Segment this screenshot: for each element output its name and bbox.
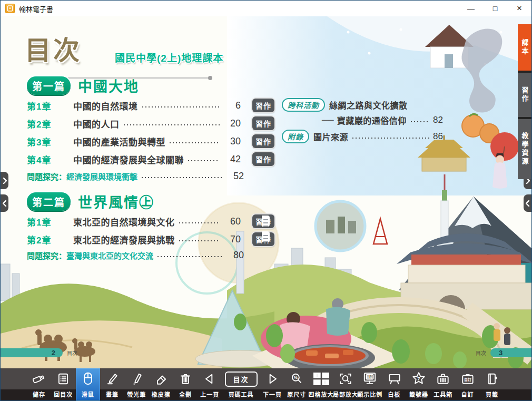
dot-leader: [123, 121, 220, 128]
minimize-button[interactable]: —: [459, 1, 483, 16]
titlebar: 翰林電子書 — □ ×: [1, 1, 531, 16]
chapter-num: 第1章: [27, 99, 58, 112]
delete-all-button[interactable]: 全刪: [173, 368, 198, 400]
toc-row[interactable]: 第2章 中國的人口 20 習作: [27, 114, 274, 132]
chapter-page: 42: [223, 154, 241, 165]
cross-activity-badge: 跨科活動: [282, 98, 325, 112]
section-1-badge: 第一篇: [27, 76, 71, 95]
app-window: 翰林電子書 — □ ×: [0, 0, 532, 401]
pen-icon: [105, 368, 119, 389]
area-zoom-button[interactable]: 局部放大: [333, 368, 358, 400]
toolbox-button[interactable]: 工具箱: [431, 368, 455, 400]
chapter-num: 第1章: [27, 215, 58, 228]
dot-leader: [178, 219, 220, 226]
toc-row[interactable]: 第1章 中國的自然環境 6 習作: [27, 96, 274, 114]
pen-tool-button[interactable]: 畫筆: [100, 368, 124, 400]
workbook-badge[interactable]: 習作: [252, 116, 274, 130]
mouse-tool-button[interactable]: 滑鼠: [76, 368, 100, 400]
cross-activity-row[interactable]: 跨科活動 絲綢之路與文化擴散: [282, 98, 443, 112]
back-to-toc-button[interactable]: 回目次: [51, 368, 75, 400]
section-1-header: 第一篇 中國大地: [27, 75, 139, 96]
dot-leader: [141, 103, 220, 110]
prev-page-button[interactable]: 上一頁: [198, 368, 222, 400]
maximize-button[interactable]: □: [483, 1, 507, 16]
dash: ──: [322, 115, 334, 125]
next-page-button[interactable]: 下一頁: [260, 368, 284, 400]
dot-leader: [141, 173, 223, 181]
original-size-button[interactable]: % 原尺寸: [284, 368, 309, 400]
save-button[interactable]: 儲存: [27, 368, 51, 400]
page-number-tool-button[interactable]: 目次 頁碼工具: [222, 368, 260, 400]
workbook-badge[interactable]: 習作: [252, 134, 274, 148]
section-1-title: 中國大地: [78, 75, 139, 96]
dot-leader: [351, 134, 430, 141]
bottom-toolbar: 儲存 回目次 滑鼠 畫筆 螢光筆: [1, 368, 531, 400]
highlighter-tool-button[interactable]: 螢光筆: [124, 368, 149, 400]
page-tabs-button[interactable]: 頁籤: [480, 368, 504, 400]
tab-textbook[interactable]: 課本: [518, 24, 531, 71]
number-picker-button[interactable]: 7 籤號器: [407, 368, 431, 400]
page-subtitle: 國民中學(2上)地理課本: [115, 50, 223, 64]
svg-text:固定: 固定: [367, 375, 373, 379]
chapter-num: 第2章: [27, 233, 58, 246]
spine-note-icon[interactable]: [262, 231, 270, 242]
chapter-num: 第2章: [27, 117, 58, 130]
dot-leader: [187, 157, 220, 164]
close-button[interactable]: ×: [507, 1, 531, 16]
tab-teaching-resources[interactable]: 教學資源: [518, 117, 531, 179]
right-page-footer: 目次 3: [471, 348, 531, 357]
dot-leader: [169, 139, 220, 146]
right-page-label: 目次: [476, 349, 486, 357]
workbook-badge[interactable]: 習作: [252, 99, 274, 112]
section-1-chapter-list: 第1章 中國的自然環境 6 習作 第2章 中國的人口 20 習作 第3章 中國的…: [27, 96, 274, 168]
inquiry-label: 問題探究：: [27, 250, 66, 261]
chapter-title: 中國的自然環境: [73, 99, 138, 112]
left-edge-prev-button[interactable]: [1, 194, 8, 212]
chapter-num: 第3章: [27, 135, 58, 148]
svg-text:自訂: 自訂: [464, 377, 471, 382]
monitor-fixed-icon: 固定: [362, 368, 377, 389]
cross-activity-page: 82: [433, 115, 443, 125]
zoom-percent-icon: %: [290, 368, 303, 389]
cross-activity-subrow[interactable]: ── 寶藏巖的通俗信仰 82: [322, 114, 443, 126]
toc-row[interactable]: 第2章 東北亞的經濟發展與挑戰 70 習作: [27, 230, 274, 248]
workbook-badge[interactable]: 習作: [252, 152, 274, 166]
toc-row[interactable]: 第1章 東北亞的自然環境與文化 60 習作: [27, 212, 274, 230]
spine-note-icon[interactable]: [262, 216, 270, 227]
section-2-inquiry[interactable]: 問題探究： 臺灣與東北亞的文化交流 80: [27, 248, 244, 262]
chapter-page: 6: [223, 100, 241, 111]
toolbox-icon: [436, 368, 450, 389]
toc-row[interactable]: 第3章 中國的產業活動與轉型 30 習作: [27, 132, 274, 150]
mouse-icon: [81, 368, 95, 389]
chapter-title: 東北亞的自然環境與文化: [73, 215, 175, 228]
section-1-inquiry[interactable]: 問題探究： 經濟發展與環境衝擊 52: [27, 169, 244, 183]
inquiry-title: 經濟發展與環境衝擊: [66, 171, 137, 182]
chapter-title: 中國的產業活動與轉型: [73, 135, 165, 148]
display-scale-button[interactable]: 固定 顯示比例: [358, 368, 382, 400]
appendix-row[interactable]: 附錄 圖片來源 86: [282, 130, 443, 143]
appendix-badge: 附錄: [282, 130, 309, 143]
toc-row[interactable]: 第4章 中國的經濟發展與全球關聯 42 習作: [27, 150, 274, 168]
tab-workbook[interactable]: 習作: [518, 71, 531, 117]
section-2-title: 世界風情㊤: [78, 191, 154, 212]
left-page-number: 2: [52, 349, 55, 357]
section-2-header: 第二篇 世界風情㊤: [27, 191, 154, 212]
customize-button[interactable]: 自訂 自訂: [456, 368, 480, 400]
highlighter-icon: [130, 368, 143, 389]
chapter-num: 第4章: [27, 153, 58, 166]
next-page-icon: [265, 368, 279, 389]
four-grid-zoom-button[interactable]: 四格放大: [309, 368, 333, 400]
whiteboard-button[interactable]: 白板: [382, 368, 407, 400]
svg-text:7: 7: [417, 376, 420, 382]
eraser-tool-button[interactable]: 橡皮擦: [149, 368, 173, 400]
appendix-page: 86: [433, 131, 443, 142]
star-number-icon: 7: [411, 368, 427, 389]
left-edge-next-button[interactable]: [1, 172, 8, 189]
bookmark-page-icon: [485, 368, 499, 389]
right-edge-prev-button[interactable]: [524, 194, 531, 212]
eraser-icon: [154, 368, 168, 389]
dot-leader: [178, 237, 220, 244]
side-tabs: 課本 習作 教學資源: [518, 24, 531, 179]
chapter-title: 中國的經濟發展與全球關聯: [73, 153, 184, 166]
dot-leader: [156, 252, 223, 260]
